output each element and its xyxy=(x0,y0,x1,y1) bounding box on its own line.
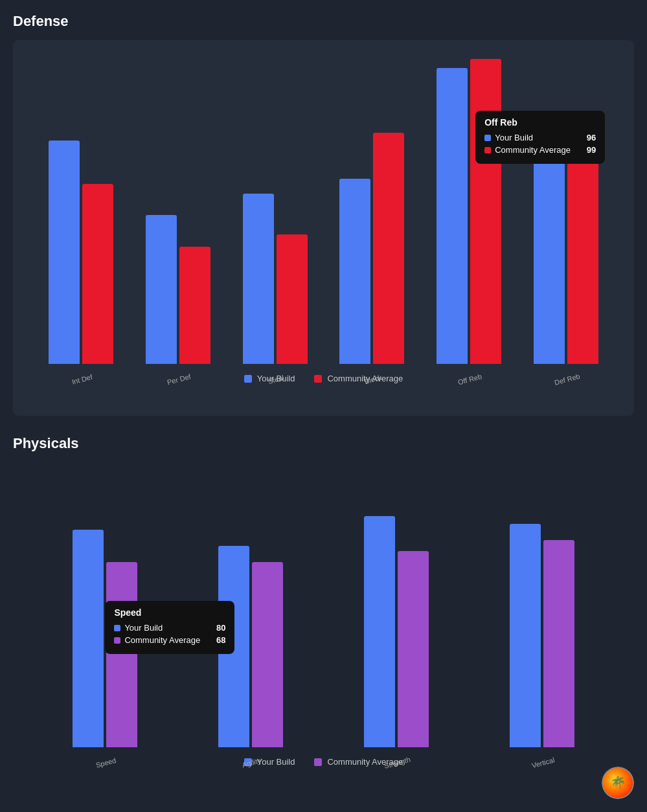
off-reb-tooltip-blue-dot xyxy=(484,135,491,141)
bar-group-speed: Speed Your Build 80 Community Average xyxy=(73,530,137,747)
defense-title: Defense xyxy=(13,13,634,30)
bar-pair-vertical xyxy=(510,524,574,747)
off-reb-tooltip-community-label: Community Average xyxy=(495,145,571,155)
speed-tooltip-your-build-value: 80 xyxy=(216,623,225,633)
off-reb-tooltip: Off Reb Your Build 96 Community Average xyxy=(475,111,605,164)
defense-legend-community: Community Average xyxy=(314,374,403,383)
off-reb-tooltip-community-row: Community Average 99 xyxy=(484,145,596,155)
defense-legend-red-dot xyxy=(314,375,322,383)
bar-group-steal: Steal xyxy=(243,194,308,364)
off-reb-tooltip-red-dot xyxy=(484,147,491,153)
bar-strength-your-build xyxy=(364,516,395,747)
bar-steal-your-build xyxy=(243,194,274,364)
defense-legend-blue-dot xyxy=(244,375,252,383)
bar-def-reb-your-build xyxy=(534,154,565,364)
bar-vertical-your-build xyxy=(510,524,541,747)
bar-group-per-def: Per Def xyxy=(146,215,210,364)
bar-group-int-def: Int Def xyxy=(49,141,113,364)
bar-pair-int-def xyxy=(49,141,113,364)
defense-bars-area: Int Def Per Def Steal xyxy=(32,53,615,364)
speed-tooltip: Speed Your Build 80 Community Average xyxy=(105,601,234,654)
physicals-legend-purple-dot xyxy=(314,758,322,766)
physicals-legend: Your Build Community Average xyxy=(32,757,615,767)
off-reb-tooltip-your-build-row: Your Build 96 xyxy=(484,133,596,142)
off-reb-tooltip-title: Off Reb xyxy=(484,117,596,128)
bar-group-strength: Strength xyxy=(364,516,429,747)
defense-chart: Int Def Per Def Steal xyxy=(13,40,634,416)
off-reb-tooltip-community-value: 99 xyxy=(587,145,596,155)
speed-tooltip-community-left: Community Average xyxy=(114,635,200,645)
bar-pair-block xyxy=(339,133,404,364)
off-reb-tooltip-community-left: Community Average xyxy=(484,145,571,155)
speed-tooltip-your-build-label: Your Build xyxy=(124,623,163,633)
speed-tooltip-purple-dot xyxy=(114,637,120,644)
bar-group-block: Block xyxy=(339,133,404,364)
physicals-legend-your-build-label: Your Build xyxy=(257,757,295,767)
speed-tooltip-blue-dot xyxy=(114,625,120,631)
off-reb-tooltip-your-build-label: Your Build xyxy=(495,133,533,142)
avatar-icon[interactable]: 🌴 xyxy=(602,767,634,799)
speed-tooltip-your-build-row: Your Build 80 xyxy=(114,623,225,633)
physicals-title: Physicals xyxy=(13,435,634,452)
bar-per-def-community xyxy=(179,247,210,364)
bar-int-def-community xyxy=(82,184,113,364)
speed-tooltip-community-row: Community Average 68 xyxy=(114,635,225,645)
off-reb-tooltip-your-build-value: 96 xyxy=(587,133,596,142)
physicals-bars-area: Speed Your Build 80 Community Average xyxy=(32,475,615,747)
bar-off-reb-your-build xyxy=(437,68,468,364)
speed-tooltip-title: Speed xyxy=(114,607,225,618)
bar-strength-community xyxy=(398,551,429,747)
bar-block-your-build xyxy=(339,179,370,364)
bar-group-off-reb: Off Reb Your Build 96 Community Average xyxy=(437,59,501,364)
speed-tooltip-your-build-left: Your Build xyxy=(114,623,163,633)
off-reb-tooltip-your-build-left: Your Build xyxy=(484,133,533,142)
bar-pair-strength xyxy=(364,516,429,747)
physicals-section: Physicals Speed Your Build 80 xyxy=(13,435,634,799)
bar-group-vertical: Vertical xyxy=(510,524,574,747)
bar-steal-community xyxy=(277,234,308,364)
speed-tooltip-community-label: Community Average xyxy=(124,635,200,645)
bar-pair-steal xyxy=(243,194,308,364)
bar-off-reb-community xyxy=(470,59,501,364)
defense-legend: Your Build Community Average xyxy=(32,374,615,383)
defense-section: Defense Int Def Per Def xyxy=(13,13,634,416)
bar-vertical-community xyxy=(543,540,574,747)
bar-int-def-your-build xyxy=(49,141,80,364)
bar-speed-community xyxy=(106,562,137,747)
bar-block-community xyxy=(373,133,404,364)
bar-per-def-your-build xyxy=(146,215,177,364)
bar-pair-off-reb xyxy=(437,59,501,364)
bar-pair-per-def xyxy=(146,215,210,364)
speed-tooltip-community-value: 68 xyxy=(216,635,225,645)
bar-agility-community xyxy=(252,562,283,747)
bar-speed-your-build xyxy=(73,530,104,747)
avatar-circle[interactable]: 🌴 xyxy=(602,767,634,799)
physicals-chart: Speed Your Build 80 Community Average xyxy=(13,462,634,799)
